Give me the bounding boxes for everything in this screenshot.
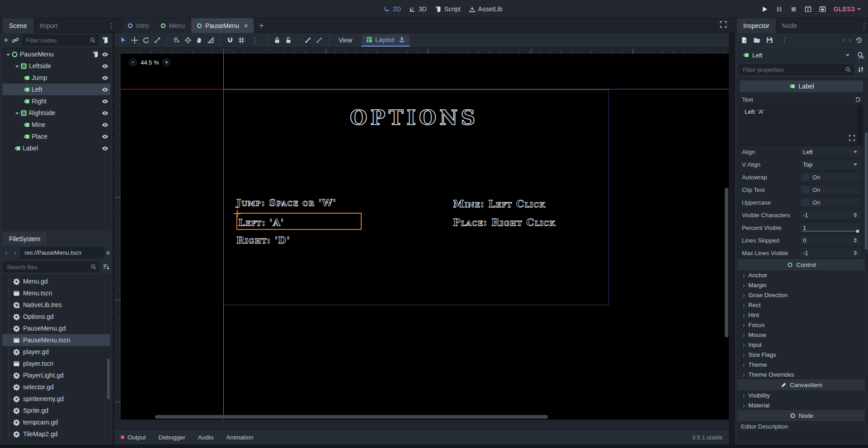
filter-properties-input[interactable] [739, 65, 854, 75]
property-row[interactable]: Autowrap On On On On [740, 171, 863, 183]
unlock-node-icon[interactable] [285, 37, 292, 44]
stop-button[interactable] [790, 6, 797, 13]
visibility-eye-icon[interactable] [102, 98, 108, 105]
property-checkbox[interactable]: On [799, 197, 861, 208]
workspace-button[interactable]: 2D [383, 5, 401, 13]
snap-options-icon[interactable]: ⋮ [249, 37, 261, 44]
checkbox-icon[interactable] [803, 200, 809, 205]
property-row[interactable]: Visible Characters -1 -1 -1 -1 [740, 209, 863, 221]
control-section-header[interactable]: Control [737, 259, 866, 270]
property-group-row[interactable]: ›Material [740, 400, 863, 410]
label-class-header[interactable]: Label [740, 80, 863, 92]
property-row[interactable]: Percent Visible 1 1 1 1 [740, 221, 863, 234]
visibility-eye-icon[interactable] [102, 63, 108, 70]
skeleton-bone-icon[interactable] [304, 37, 311, 44]
history-forward-icon[interactable]: › [849, 36, 851, 44]
distraction-free-icon[interactable] [720, 21, 727, 28]
property-group-row[interactable]: ›Margin [740, 280, 863, 290]
back-icon[interactable]: ‹ [3, 248, 10, 257]
canvasitem-section-header[interactable]: CanvasItem [737, 379, 866, 390]
scene-tree-item[interactable]: Leftside [2, 60, 110, 72]
save-icon[interactable] [766, 37, 773, 44]
file-item[interactable]: player.tscn [2, 358, 110, 369]
property-group-row[interactable]: ›Size Flags [740, 350, 863, 359]
scene-tab[interactable]: Intro × [122, 18, 154, 33]
tab-import-dock[interactable]: Import [33, 18, 64, 33]
file-item[interactable]: Menu.gd [2, 275, 110, 287]
canvas-vertical-scrollbar[interactable] [725, 188, 728, 337]
add-node-button[interactable]: + [4, 35, 9, 45]
workspace-button[interactable]: 3D [409, 5, 427, 13]
canvas-horizontal-scrollbar[interactable] [155, 415, 548, 419]
property-group-row[interactable]: ›Theme [740, 359, 863, 369]
visibility-eye-icon[interactable] [102, 75, 108, 81]
scene-tree-item[interactable]: Rightside [2, 107, 110, 119]
tab-filesystem[interactable]: FileSystem [3, 232, 47, 246]
text-value-editor[interactable]: Left: 'A' [740, 105, 863, 145]
scene-tree-item[interactable]: Jump [2, 72, 110, 84]
file-item[interactable]: selector.gd [2, 381, 110, 393]
property-spinner[interactable]: -1 [799, 210, 861, 220]
play-button[interactable] [761, 6, 768, 13]
file-item[interactable]: Options.gd [2, 311, 110, 322]
bottom-panel-tab[interactable]: Animation [226, 434, 253, 441]
search-files-input[interactable] [3, 262, 99, 272]
scene-tree-item[interactable]: Mine [2, 119, 110, 131]
tab-inspector[interactable]: Inspector [737, 18, 776, 33]
visibility-eye-icon[interactable] [102, 145, 108, 152]
scene-tree-item[interactable]: PauseMenu [2, 48, 110, 60]
node-section-header[interactable]: Node [737, 410, 866, 421]
property-row[interactable]: Clip Text On On On On [740, 183, 863, 196]
forward-icon[interactable]: › [12, 248, 19, 257]
property-row[interactable]: Align Left Left Left Left [740, 145, 863, 158]
tab-scene-dock[interactable]: Scene [3, 18, 33, 33]
node-selector[interactable]: Left [739, 49, 854, 61]
expand-editor-icon[interactable] [849, 135, 855, 141]
canvas-2d[interactable]: − 44.5 % + OPTIONS Jump: Space or 'W' Le… [121, 54, 729, 420]
layout-menu-button[interactable]: Layout [362, 34, 410, 47]
file-item[interactable]: Menu.tscn [2, 287, 110, 299]
property-group-row[interactable]: ›Theme Overrides [740, 369, 863, 379]
bottom-panel-tab[interactable]: Debugger [159, 434, 185, 441]
property-group-row[interactable]: ›Focus [740, 320, 863, 330]
file-item[interactable]: TileMap2.gd [2, 428, 110, 440]
script-icon[interactable] [92, 51, 99, 58]
current-path[interactable]: res://PauseMenu.tscn [20, 247, 104, 258]
pivot-tool-icon[interactable] [184, 37, 192, 44]
property-group-row[interactable]: ›Hint [740, 310, 863, 320]
tree-expander-icon[interactable] [5, 51, 11, 57]
visibility-eye-icon[interactable] [102, 133, 108, 140]
history-back-icon[interactable]: ‹ [842, 36, 844, 44]
view-menu-button[interactable]: View [335, 37, 356, 44]
zoom-out-button[interactable]: − [129, 58, 137, 66]
list-select-icon[interactable] [173, 37, 180, 44]
property-checkbox[interactable]: On [799, 184, 861, 195]
scene-tree-item[interactable]: Place [2, 131, 110, 142]
filesystem-scrollbar[interactable] [107, 359, 110, 399]
select-tool-icon[interactable] [120, 37, 127, 44]
property-group-row[interactable]: ›Grow Direction [740, 290, 863, 300]
smart-snap-icon[interactable] [226, 37, 234, 44]
tab-node[interactable]: Node [776, 18, 803, 33]
new-resource-icon[interactable] [741, 37, 748, 44]
history-icon[interactable] [855, 37, 863, 44]
slider-thumb[interactable] [856, 230, 859, 233]
inspector-scrollbar[interactable] [865, 78, 868, 443]
scene-tree-item[interactable]: Left [2, 84, 110, 95]
file-item[interactable]: player.gd [2, 346, 110, 358]
property-dropdown[interactable]: Left [799, 146, 861, 157]
zoom-level-label[interactable]: 44.5 % [141, 59, 159, 66]
workspace-button[interactable]: Script [435, 5, 461, 13]
filter-nodes-input[interactable] [23, 35, 98, 45]
property-group-row[interactable]: ›Visibility [740, 390, 863, 400]
play-scene-button[interactable] [805, 6, 811, 13]
property-spinner[interactable]: -1 [799, 247, 861, 258]
pan-tool-icon[interactable] [196, 37, 203, 44]
file-item[interactable]: tempcam.gd [2, 416, 110, 428]
revert-icon[interactable] [855, 96, 861, 103]
file-item[interactable]: PauseMenu.tscn [2, 334, 110, 346]
property-group-row[interactable]: ›Rect [740, 300, 863, 310]
zoom-in-button[interactable]: + [162, 58, 170, 66]
file-item[interactable]: NativeLib.tres [2, 299, 110, 311]
scene-tab[interactable]: PauseMenu × [191, 18, 253, 33]
